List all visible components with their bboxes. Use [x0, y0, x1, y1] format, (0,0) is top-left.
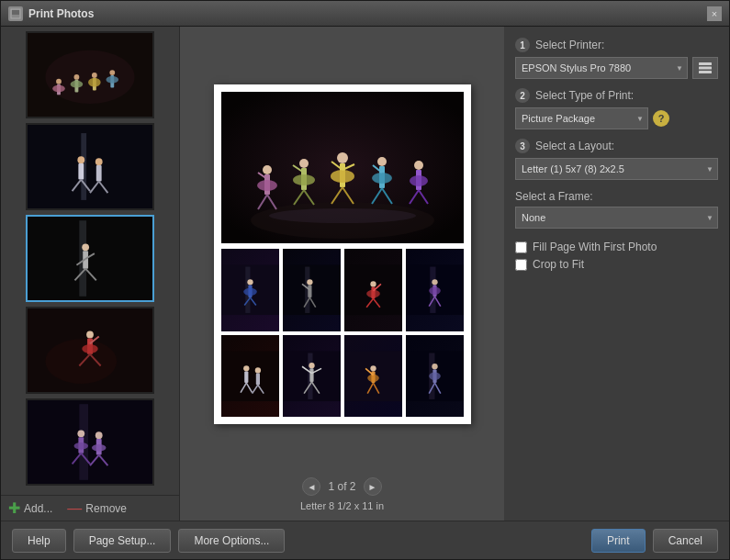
- svg-rect-148: [699, 67, 712, 70]
- thumbnail-item-1[interactable]: [26, 31, 154, 118]
- layout-select-wrapper: Letter (1) 5x7 (8) 2x2.5: [515, 158, 718, 180]
- cancel-button[interactable]: Cancel: [653, 529, 718, 553]
- frame-label-text: Select a Frame:: [515, 190, 718, 203]
- preview-top-photo: [221, 92, 464, 243]
- thumbnail-item-5[interactable]: [26, 398, 154, 486]
- close-button[interactable]: ×: [707, 6, 722, 21]
- print-button[interactable]: Print: [591, 529, 646, 553]
- left-panel: ✚ Add... — Remove: [1, 27, 180, 521]
- svg-point-7: [74, 74, 80, 80]
- page-navigation: ◄ 1 of 2 ►: [302, 473, 381, 500]
- crop-to-fit-row: Crop to Fit: [515, 258, 718, 271]
- svg-point-136: [367, 374, 379, 381]
- svg-point-9: [71, 81, 84, 88]
- fill-page-checkbox[interactable]: [515, 241, 527, 253]
- printer-select-wrapper: EPSON Stylus Pro 7880: [515, 57, 688, 79]
- frame-select[interactable]: None: [515, 207, 718, 229]
- svg-rect-19: [78, 163, 84, 179]
- print-type-select-wrapper: Picture Package: [515, 107, 648, 129]
- grid-cell-4: [406, 249, 464, 331]
- svg-rect-23: [96, 165, 102, 181]
- printer-select[interactable]: EPSON Stylus Pro 7880: [515, 57, 688, 79]
- svg-rect-16: [28, 125, 152, 208]
- main-content: ✚ Add... — Remove: [1, 27, 729, 521]
- svg-rect-26: [28, 217, 152, 300]
- add-label: Add...: [24, 502, 52, 515]
- print-type-select[interactable]: Picture Package: [515, 107, 648, 129]
- fill-page-row: Fill Page With First Photo: [515, 241, 718, 253]
- svg-point-10: [92, 73, 97, 78]
- svg-point-82: [414, 161, 423, 170]
- svg-rect-128: [309, 368, 313, 382]
- svg-point-127: [309, 363, 314, 368]
- section-2-number: 2: [515, 88, 530, 103]
- svg-point-111: [432, 279, 437, 285]
- svg-rect-122: [255, 373, 259, 385]
- svg-point-65: [293, 174, 315, 185]
- svg-point-76: [377, 157, 387, 166]
- frame-subsection: Select a Frame: None: [515, 190, 718, 229]
- thumbnail-list[interactable]: [1, 27, 179, 495]
- svg-point-22: [95, 158, 103, 165]
- svg-point-6: [52, 85, 65, 93]
- page-preview: [214, 84, 471, 424]
- layout-select[interactable]: Letter (1) 5x7 (8) 2x2.5: [515, 158, 718, 180]
- svg-point-113: [429, 287, 441, 295]
- more-options-button[interactable]: More Options...: [178, 529, 285, 553]
- svg-point-121: [254, 367, 260, 373]
- thumbnail-item-4[interactable]: [26, 307, 154, 394]
- svg-point-18: [77, 156, 84, 163]
- add-remove-bar: ✚ Add... — Remove: [1, 495, 179, 521]
- svg-point-71: [331, 170, 354, 183]
- layout-section: 3 Select a Layout: Letter (1) 5x7 (8) 2x…: [515, 139, 718, 271]
- page-setup-button[interactable]: Page Setup...: [73, 529, 172, 553]
- svg-point-15: [106, 76, 118, 84]
- grid-cell-6: [283, 335, 341, 418]
- next-page-button[interactable]: ►: [364, 477, 382, 496]
- svg-point-84: [410, 175, 428, 186]
- fill-page-label: Fill Page With First Photo: [533, 241, 657, 253]
- svg-point-97: [307, 279, 312, 285]
- svg-rect-98: [308, 286, 311, 298]
- help-button[interactable]: Help: [12, 529, 66, 553]
- section-3-number: 3: [515, 139, 530, 153]
- title-bar: Print Photos ×: [1, 1, 729, 27]
- paper-size-label: Letter 8 1/2 x 11 in: [300, 500, 384, 511]
- svg-point-36: [86, 331, 94, 339]
- thumbnail-item-3[interactable]: [26, 215, 154, 302]
- svg-point-103: [370, 281, 376, 286]
- svg-point-134: [370, 365, 376, 371]
- window-icon: [8, 6, 23, 21]
- print-type-label-text: Select Type of Print:: [535, 89, 634, 102]
- svg-point-117: [243, 365, 249, 371]
- layout-section-label: 3 Select a Layout:: [515, 139, 718, 153]
- window-title: Print Photos: [28, 7, 707, 20]
- crop-to-fit-checkbox[interactable]: [515, 259, 527, 271]
- printer-section: 1 Select Printer: EPSON Stylus Pro 7880: [515, 38, 718, 79]
- printer-section-label: 1 Select Printer:: [515, 38, 718, 52]
- svg-point-12: [88, 78, 101, 87]
- svg-rect-1: [12, 10, 19, 15]
- svg-rect-147: [699, 62, 712, 65]
- thumbnail-area: [1, 27, 179, 495]
- center-panel: ◄ 1 of 2 ► Letter 8 1/2 x 11 in: [180, 27, 504, 521]
- thumbnail-item-2[interactable]: [26, 123, 154, 210]
- svg-point-35: [45, 339, 117, 384]
- svg-rect-118: [244, 371, 248, 383]
- svg-point-38: [82, 344, 97, 353]
- remove-button[interactable]: — Remove: [67, 501, 127, 516]
- svg-point-78: [372, 173, 392, 184]
- svg-point-49: [95, 431, 103, 439]
- printer-row: EPSON Stylus Pro 7880: [515, 57, 718, 79]
- svg-point-69: [337, 152, 348, 163]
- prev-page-button[interactable]: ◄: [302, 477, 320, 496]
- page-indicator: 1 of 2: [328, 480, 355, 493]
- svg-point-4: [56, 79, 62, 84]
- info-icon[interactable]: ?: [653, 110, 669, 127]
- svg-point-51: [92, 444, 107, 452]
- printer-config-button[interactable]: [692, 57, 718, 79]
- add-button[interactable]: ✚ Add...: [8, 501, 52, 516]
- svg-rect-116: [221, 351, 279, 401]
- svg-rect-42: [28, 400, 152, 484]
- checkboxes: Fill Page With First Photo Crop to Fit: [515, 241, 718, 271]
